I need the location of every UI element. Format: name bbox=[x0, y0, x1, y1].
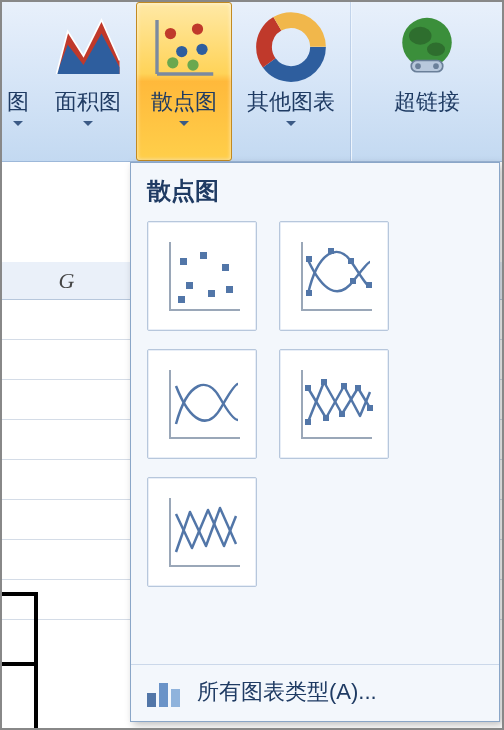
chart-label: 图 bbox=[7, 89, 29, 115]
svg-point-7 bbox=[196, 44, 207, 55]
scatter-markers-only[interactable] bbox=[147, 221, 257, 331]
svg-rect-37 bbox=[305, 385, 311, 391]
svg-rect-28 bbox=[348, 258, 354, 264]
svg-rect-42 bbox=[171, 689, 180, 707]
svg-rect-22 bbox=[186, 282, 193, 289]
hyperlink-label: 超链接 bbox=[394, 89, 460, 115]
svg-rect-26 bbox=[306, 290, 312, 296]
all-chart-types-button[interactable]: 所有图表类型(A)... bbox=[131, 664, 499, 721]
svg-rect-36 bbox=[367, 405, 373, 411]
svg-point-9 bbox=[187, 59, 198, 70]
cell-border-thick bbox=[2, 592, 38, 730]
area-chart-label: 面积图 bbox=[55, 89, 121, 115]
area-chart-button[interactable]: 面积图 bbox=[40, 2, 136, 161]
svg-rect-19 bbox=[180, 258, 187, 265]
hyperlink-button[interactable]: 超链接 bbox=[352, 2, 502, 161]
svg-rect-21 bbox=[222, 264, 229, 271]
scatter-smooth-lines[interactable] bbox=[147, 349, 257, 459]
scatter-straight-lines-markers[interactable] bbox=[279, 349, 389, 459]
scatter-straight-lines[interactable] bbox=[147, 477, 257, 587]
svg-point-18 bbox=[433, 63, 439, 69]
chart-partial-button[interactable]: 图 bbox=[2, 2, 40, 161]
svg-rect-31 bbox=[350, 278, 356, 284]
other-charts-label: 其他图表 bbox=[247, 89, 335, 115]
svg-point-14 bbox=[409, 27, 432, 45]
other-charts-button[interactable]: 其他图表 bbox=[232, 2, 350, 161]
scatter-dropdown-gallery: 散点图 bbox=[130, 162, 500, 722]
svg-rect-23 bbox=[208, 290, 215, 297]
svg-rect-30 bbox=[306, 256, 312, 262]
svg-rect-27 bbox=[328, 248, 334, 254]
svg-point-15 bbox=[427, 43, 445, 57]
svg-rect-41 bbox=[159, 683, 168, 707]
svg-rect-38 bbox=[323, 415, 329, 421]
svg-rect-40 bbox=[147, 693, 156, 707]
gallery bbox=[131, 217, 499, 664]
svg-rect-32 bbox=[305, 419, 311, 425]
svg-rect-33 bbox=[321, 379, 327, 385]
svg-point-4 bbox=[165, 28, 176, 39]
bar-chart-icon bbox=[145, 675, 185, 709]
svg-rect-29 bbox=[366, 282, 372, 288]
chevron-down-icon bbox=[179, 121, 189, 126]
svg-rect-20 bbox=[200, 252, 207, 259]
svg-rect-24 bbox=[226, 286, 233, 293]
chevron-down-icon bbox=[83, 121, 93, 126]
svg-rect-34 bbox=[339, 411, 345, 417]
other-charts-icon bbox=[255, 11, 327, 83]
dropdown-title: 散点图 bbox=[131, 163, 499, 217]
chevron-down-icon bbox=[286, 121, 296, 126]
scatter-smooth-lines-markers[interactable] bbox=[279, 221, 389, 331]
scatter-chart-label: 散点图 bbox=[151, 89, 217, 115]
all-chart-types-label: 所有图表类型(A)... bbox=[197, 677, 377, 707]
svg-point-5 bbox=[192, 23, 203, 34]
svg-point-8 bbox=[167, 57, 178, 68]
column-header[interactable]: G bbox=[2, 262, 132, 299]
hyperlink-icon bbox=[391, 11, 463, 83]
svg-point-17 bbox=[415, 63, 421, 69]
svg-rect-25 bbox=[178, 296, 185, 303]
svg-point-6 bbox=[176, 46, 187, 57]
scatter-chart-button[interactable]: 散点图 bbox=[136, 2, 232, 161]
scatter-chart-icon bbox=[148, 11, 220, 83]
area-chart-icon bbox=[52, 11, 124, 83]
ribbon: 图 面积图 散点图 bbox=[2, 2, 502, 162]
svg-rect-35 bbox=[355, 385, 361, 391]
chevron-down-icon bbox=[13, 121, 23, 126]
svg-rect-39 bbox=[341, 383, 347, 389]
